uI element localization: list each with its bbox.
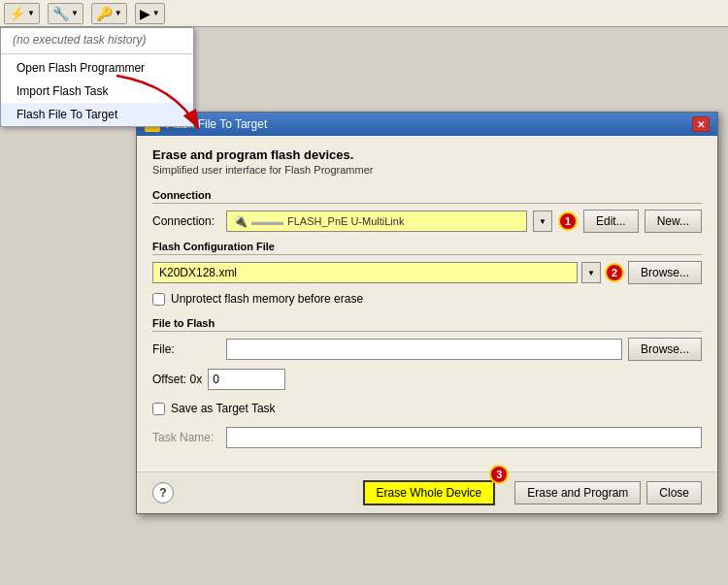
new-button[interactable]: New... xyxy=(645,210,702,233)
toolbar-flash-btn[interactable]: ⚡ ▼ xyxy=(4,3,40,24)
offset-input[interactable] xyxy=(208,369,285,390)
dropdown-open-flash[interactable]: Open Flash Programmer xyxy=(1,56,193,80)
dropdown-import-flash[interactable]: Import Flash Task xyxy=(1,80,193,103)
erase-program-button[interactable]: Erase and Program xyxy=(514,481,641,504)
connection-input[interactable]: 🔌 ▬▬▬ FLASH_PnE U-MultiLink xyxy=(226,211,527,232)
toolbar-run-btn[interactable]: ▶ ▼ xyxy=(135,3,165,24)
toolbar-run-arrow[interactable]: ▼ xyxy=(152,9,160,17)
toolbar-debug-btn[interactable]: 🔧 ▼ xyxy=(48,3,83,24)
help-button[interactable]: ? xyxy=(152,482,174,504)
connection-dropdown-arrow[interactable]: ▼ xyxy=(533,211,552,232)
toolbar-tools-btn[interactable]: 🔑 ▼ xyxy=(91,3,127,24)
save-task-checkbox[interactable] xyxy=(152,403,165,415)
file-label: File: xyxy=(152,342,220,356)
unprotect-label[interactable]: Unprotect flash memory before erase xyxy=(171,292,363,306)
unprotect-row: Unprotect flash memory before erase xyxy=(152,292,702,306)
toolbar: ⚡ ▼ 🔧 ▼ 🔑 ▼ ▶ ▼ xyxy=(0,0,728,27)
flash-config-dropdown[interactable]: K20DX128.xml xyxy=(152,262,578,283)
flash-config-arrow[interactable]: ▼ xyxy=(581,262,601,283)
offset-label: Offset: 0x xyxy=(152,373,202,386)
dialog-body: Erase and program flash devices. Simplif… xyxy=(137,136,717,471)
lightning-icon: ⚡ xyxy=(9,6,25,21)
dialog-titlebar: ⚡ Flash File To Target ✕ xyxy=(137,113,717,136)
unprotect-checkbox[interactable] xyxy=(152,293,165,306)
save-task-row: Save as Target Task xyxy=(152,402,702,415)
connection-plugin-icon: 🔌 xyxy=(233,214,248,228)
browse-button-1[interactable]: Browse... xyxy=(628,261,702,284)
flash-config-row: K20DX128.xml ▼ 2 Browse... xyxy=(152,261,702,284)
erase-whole-button[interactable]: Erase Whole Device xyxy=(363,480,496,505)
dialog-close-icon[interactable]: ✕ xyxy=(692,116,710,132)
dialog-window: ⚡ Flash File To Target ✕ Erase and progr… xyxy=(136,112,718,514)
run-icon: ▶ xyxy=(140,6,150,21)
connection-text: FLASH_PnE U-MultiLink xyxy=(287,215,404,227)
connection-label: Connection: xyxy=(152,214,220,228)
connection-row: Connection: 🔌 ▬▬▬ FLASH_PnE U-MultiLink … xyxy=(152,210,702,233)
offset-row: Offset: 0x xyxy=(152,369,702,390)
toolbar-btn-arrow[interactable]: ▼ xyxy=(27,9,35,17)
tools-icon: 🔑 xyxy=(96,6,113,21)
dialog-footer: ? Erase Whole Device 3 Erase and Program… xyxy=(137,471,717,513)
file-input[interactable] xyxy=(226,339,622,360)
badge-1: 1 xyxy=(558,211,578,231)
task-name-label: Task Name: xyxy=(152,431,220,444)
close-button[interactable]: Close xyxy=(646,481,702,504)
dialog-subheading: Simplified user interface for Flash Prog… xyxy=(152,164,702,176)
save-section: Save as Target Task Task Name: xyxy=(152,402,702,448)
dropdown-divider1 xyxy=(1,53,193,54)
save-task-label[interactable]: Save as Target Task xyxy=(171,402,276,415)
task-name-row: Task Name: xyxy=(152,427,702,448)
footer-left: ? xyxy=(152,482,174,504)
task-name-input[interactable] xyxy=(226,427,702,448)
edit-button[interactable]: Edit... xyxy=(583,210,639,233)
dropdown-menu: (no executed task history) Open Flash Pr… xyxy=(0,27,194,127)
flash-config-value: K20DX128.xml xyxy=(159,266,237,279)
dialog-heading: Erase and program flash devices. xyxy=(152,147,702,162)
toolbar-tools-arrow[interactable]: ▼ xyxy=(115,9,122,17)
badge-2: 2 xyxy=(605,263,624,282)
file-row: File: Browse... xyxy=(152,338,702,361)
dropdown-no-history: (no executed task history) xyxy=(1,28,193,51)
footer-right: Erase Whole Device 3 Erase and Program C… xyxy=(363,480,702,505)
browse-button-2[interactable]: Browse... xyxy=(628,338,702,361)
dropdown-flash-file[interactable]: Flash File To Target xyxy=(1,103,193,126)
file-section-label: File to Flash xyxy=(152,317,702,332)
file-section: File to Flash File: Browse... xyxy=(152,317,702,361)
debug-icon: 🔧 xyxy=(52,6,69,21)
badge-3: 3 xyxy=(489,465,509,484)
flash-config-section-label: Flash Configuration File xyxy=(152,241,702,255)
toolbar-debug-arrow[interactable]: ▼ xyxy=(71,9,79,17)
connection-section-label: Connection xyxy=(152,189,702,204)
